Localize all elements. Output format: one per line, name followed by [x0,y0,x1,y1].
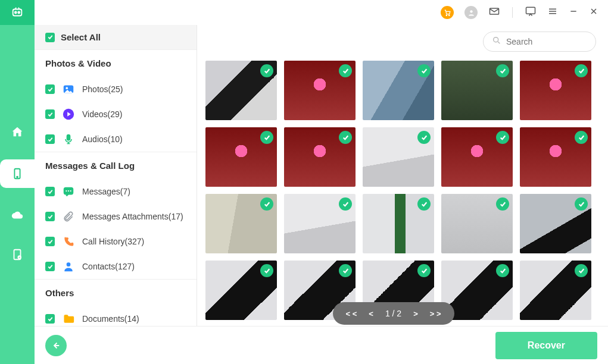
left-rail [0,25,35,364]
rail-sim[interactable] [5,243,29,266]
category-sidebar: Select All Photos & VideoPhotos(25)Video… [35,25,197,326]
svg-point-14 [66,87,68,89]
sidebar-item[interactable]: Audios(10) [35,127,197,152]
cart-icon[interactable] [441,6,454,19]
search-input[interactable] [506,37,587,46]
sidebar-item[interactable]: Documents(14) [35,306,197,326]
back-button[interactable] [45,335,67,356]
checkmark-icon [45,109,55,119]
selected-badge-icon [339,264,352,277]
checkmark-icon [45,33,55,42]
svg-point-5 [470,10,472,12]
message-icon [62,185,75,198]
sidebar-item[interactable]: Contacts(127) [35,254,197,279]
selected-badge-icon [575,131,588,144]
photo-thumb[interactable] [441,61,513,120]
profile-icon[interactable] [464,6,478,19]
photo-thumb[interactable] [441,194,513,253]
feedback-icon[interactable] [525,5,537,20]
selected-badge-icon [339,197,352,211]
pager-next[interactable]: > [413,309,418,318]
svg-point-2 [18,12,20,14]
search-box[interactable] [483,32,596,52]
selected-badge-icon [575,197,588,211]
checkmark-icon [45,134,55,144]
rail-cloud[interactable] [5,203,29,227]
checkmark-icon [45,212,55,221]
photo-thumb[interactable] [205,61,277,120]
close-icon[interactable] [589,7,598,18]
checkmark-icon [45,262,55,271]
checkmark-icon [45,84,55,94]
checkmark-icon [45,187,55,196]
selected-badge-icon [260,131,273,144]
pager-prev[interactable]: < [369,309,373,318]
menu-icon[interactable] [547,6,558,19]
svg-point-1 [15,12,17,14]
selected-badge-icon [417,131,431,144]
selected-badge-icon [417,197,431,211]
svg-point-4 [448,15,449,15]
sidebar-item[interactable]: Videos(29) [35,102,197,127]
pager: < < < 1 / 2 > > > [333,302,454,325]
app-logo-icon [11,6,24,19]
section-header: Photos & Video [35,49,197,77]
sidebar-item-label: Messages(7) [82,187,130,196]
select-all-row[interactable]: Select All [35,25,197,49]
audio-icon [62,133,75,146]
selected-badge-icon [575,264,588,277]
divider [512,7,513,18]
svg-point-20 [70,190,71,192]
title-bar [0,0,608,25]
sidebar-item-label: Call History(327) [82,237,144,246]
photo-thumb[interactable] [205,194,277,253]
photo-thumb[interactable] [520,261,591,320]
search-icon [492,36,501,48]
sidebar-item-label: Videos(29) [82,109,122,119]
photo-thumb[interactable] [363,194,434,253]
photo-thumb[interactable] [520,61,591,120]
photo-thumb[interactable] [205,127,277,187]
sidebar-item-label: Audios(10) [82,134,123,144]
sidebar-item[interactable]: Call History(327) [35,229,197,254]
selected-badge-icon [496,131,509,144]
pager-first[interactable]: < < [346,309,357,318]
photo-thumb[interactable] [205,261,277,320]
sidebar-item[interactable]: Messages Attachments(17) [35,204,197,229]
svg-rect-7 [526,7,535,14]
photo-thumb[interactable] [520,127,591,187]
photo-thumb[interactable] [363,127,434,187]
gallery-panel [197,25,608,326]
selected-badge-icon [417,64,431,77]
sidebar-item[interactable]: Messages(7) [35,179,197,204]
selected-badge-icon [496,64,509,77]
rail-phone[interactable] [0,159,35,188]
rail-home[interactable] [5,120,29,144]
photo-thumb[interactable] [284,61,356,120]
photo-thumb[interactable] [363,61,434,120]
recover-button[interactable]: Recover [495,332,597,359]
photo-thumb[interactable] [284,194,356,253]
svg-rect-16 [67,135,70,140]
selected-badge-icon [260,64,273,77]
video-icon [62,108,75,121]
pager-last[interactable]: > > [430,309,441,318]
pager-label: 1 / 2 [385,309,401,318]
sidebar-item[interactable]: Photos(25) [35,77,197,102]
photo-thumb[interactable] [520,194,591,253]
svg-point-12 [19,256,20,256]
svg-point-22 [494,37,498,42]
svg-point-21 [67,262,71,266]
folder-icon [62,312,75,325]
minimize-icon[interactable] [569,7,578,18]
svg-point-3 [446,15,447,15]
checkmark-icon [45,237,55,246]
mail-icon[interactable] [488,5,500,20]
photo-icon [62,83,75,96]
selected-badge-icon [496,264,509,277]
photo-thumb[interactable] [441,127,513,187]
section-header: Others [35,279,197,306]
photo-thumb[interactable] [284,127,356,187]
attachment-icon [62,210,75,223]
selected-badge-icon [339,64,352,77]
